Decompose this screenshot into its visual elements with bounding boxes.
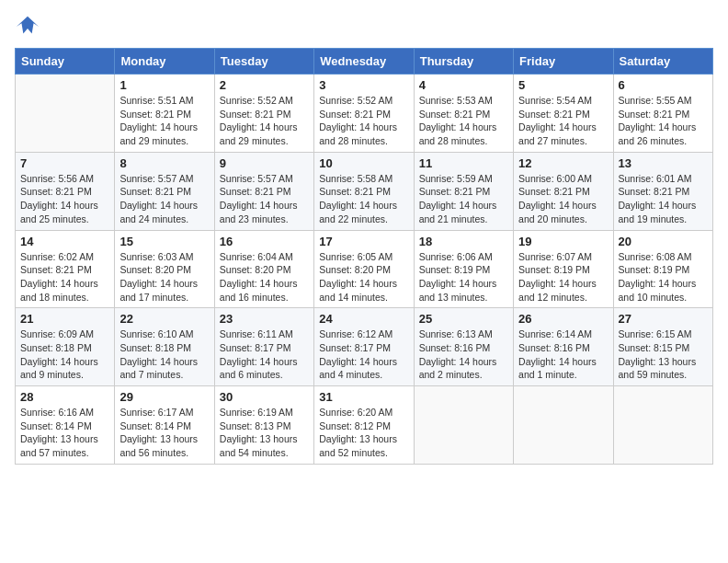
day-info: Sunrise: 6:11 AM Sunset: 8:17 PM Dayligh… (220, 327, 309, 382)
calendar-cell: 8Sunrise: 5:57 AM Sunset: 8:21 PM Daylig… (115, 152, 214, 230)
calendar-cell: 25Sunrise: 6:13 AM Sunset: 8:16 PM Dayli… (414, 308, 513, 386)
day-number: 4 (419, 78, 508, 92)
day-info: Sunrise: 5:58 AM Sunset: 8:21 PM Dayligh… (319, 172, 408, 226)
calendar-cell: 17Sunrise: 6:05 AM Sunset: 8:20 PM Dayli… (314, 230, 414, 308)
logo-icon (15, 15, 40, 40)
calendar-cell: 9Sunrise: 5:57 AM Sunset: 8:21 PM Daylig… (214, 152, 313, 230)
day-info: Sunrise: 6:19 AM Sunset: 8:13 PM Dayligh… (220, 406, 309, 460)
day-info: Sunrise: 6:20 AM Sunset: 8:12 PM Dayligh… (319, 406, 408, 460)
weekday-header-monday: Monday (115, 49, 214, 75)
day-number: 26 (518, 312, 608, 326)
day-number: 3 (319, 78, 408, 92)
day-info: Sunrise: 5:57 AM Sunset: 8:21 PM Dayligh… (220, 172, 309, 226)
day-number: 1 (119, 78, 209, 92)
day-number: 22 (119, 312, 209, 326)
calendar-cell: 21Sunrise: 6:09 AM Sunset: 8:18 PM Dayli… (16, 308, 115, 386)
calendar-cell: 22Sunrise: 6:10 AM Sunset: 8:18 PM Dayli… (115, 308, 214, 386)
day-number: 15 (119, 235, 209, 248)
day-number: 10 (319, 156, 408, 170)
day-info: Sunrise: 6:09 AM Sunset: 8:18 PM Dayligh… (20, 327, 109, 382)
day-number: 14 (20, 235, 109, 248)
day-number: 30 (220, 390, 309, 404)
day-number: 28 (20, 390, 109, 404)
day-info: Sunrise: 6:17 AM Sunset: 8:14 PM Dayligh… (119, 406, 209, 460)
day-number: 31 (319, 390, 408, 404)
day-info: Sunrise: 6:06 AM Sunset: 8:19 PM Dayligh… (419, 250, 508, 304)
calendar-cell: 10Sunrise: 5:58 AM Sunset: 8:21 PM Dayli… (314, 152, 414, 230)
day-info: Sunrise: 6:04 AM Sunset: 8:20 PM Dayligh… (220, 250, 309, 304)
calendar-cell: 18Sunrise: 6:06 AM Sunset: 8:19 PM Dayli… (414, 230, 513, 308)
calendar-cell: 12Sunrise: 6:00 AM Sunset: 8:21 PM Dayli… (514, 152, 613, 230)
day-info: Sunrise: 6:07 AM Sunset: 8:19 PM Dayligh… (518, 250, 608, 304)
day-info: Sunrise: 5:57 AM Sunset: 8:21 PM Dayligh… (119, 172, 209, 226)
day-info: Sunrise: 6:01 AM Sunset: 8:21 PM Dayligh… (619, 172, 708, 226)
day-info: Sunrise: 5:52 AM Sunset: 8:21 PM Dayligh… (319, 94, 408, 148)
day-number: 27 (619, 312, 708, 326)
day-number: 11 (419, 156, 508, 170)
calendar-cell: 4Sunrise: 5:53 AM Sunset: 8:21 PM Daylig… (414, 75, 513, 153)
calendar-cell (613, 386, 712, 465)
svg-marker-0 (17, 17, 39, 34)
day-info: Sunrise: 6:00 AM Sunset: 8:21 PM Dayligh… (518, 172, 608, 226)
day-info: Sunrise: 6:15 AM Sunset: 8:15 PM Dayligh… (619, 327, 708, 382)
day-info: Sunrise: 5:52 AM Sunset: 8:21 PM Dayligh… (220, 94, 309, 148)
weekday-header-tuesday: Tuesday (214, 49, 313, 75)
calendar-cell: 27Sunrise: 6:15 AM Sunset: 8:15 PM Dayli… (613, 308, 712, 386)
day-info: Sunrise: 5:53 AM Sunset: 8:21 PM Dayligh… (419, 94, 508, 148)
calendar-cell: 23Sunrise: 6:11 AM Sunset: 8:17 PM Dayli… (214, 308, 313, 386)
day-info: Sunrise: 6:03 AM Sunset: 8:20 PM Dayligh… (119, 250, 209, 304)
day-info: Sunrise: 6:14 AM Sunset: 8:16 PM Dayligh… (518, 327, 608, 382)
day-number: 23 (220, 312, 309, 326)
day-info: Sunrise: 6:16 AM Sunset: 8:14 PM Dayligh… (20, 406, 109, 460)
calendar-cell: 3Sunrise: 5:52 AM Sunset: 8:21 PM Daylig… (314, 75, 414, 153)
calendar-cell: 28Sunrise: 6:16 AM Sunset: 8:14 PM Dayli… (16, 386, 115, 465)
day-info: Sunrise: 5:51 AM Sunset: 8:21 PM Dayligh… (119, 94, 209, 148)
day-number: 9 (220, 156, 309, 170)
calendar-cell: 26Sunrise: 6:14 AM Sunset: 8:16 PM Dayli… (514, 308, 613, 386)
calendar-cell: 20Sunrise: 6:08 AM Sunset: 8:19 PM Dayli… (613, 230, 712, 308)
day-number: 13 (619, 156, 708, 170)
day-info: Sunrise: 5:55 AM Sunset: 8:21 PM Dayligh… (619, 94, 708, 148)
day-info: Sunrise: 6:13 AM Sunset: 8:16 PM Dayligh… (419, 327, 508, 382)
day-number: 18 (419, 235, 508, 248)
calendar-cell: 13Sunrise: 6:01 AM Sunset: 8:21 PM Dayli… (613, 152, 712, 230)
calendar-cell: 14Sunrise: 6:02 AM Sunset: 8:21 PM Dayli… (16, 230, 115, 308)
calendar-table: SundayMondayTuesdayWednesdayThursdayFrid… (15, 48, 713, 465)
calendar-cell: 29Sunrise: 6:17 AM Sunset: 8:14 PM Dayli… (115, 386, 214, 465)
calendar-cell: 1Sunrise: 5:51 AM Sunset: 8:21 PM Daylig… (115, 75, 214, 153)
calendar-cell: 11Sunrise: 5:59 AM Sunset: 8:21 PM Dayli… (414, 152, 513, 230)
calendar-cell: 24Sunrise: 6:12 AM Sunset: 8:17 PM Dayli… (314, 308, 414, 386)
calendar-cell (514, 386, 613, 465)
calendar-cell (16, 75, 115, 153)
day-number: 6 (619, 78, 708, 92)
day-number: 21 (20, 312, 109, 326)
weekday-header-wednesday: Wednesday (314, 49, 414, 75)
day-info: Sunrise: 6:02 AM Sunset: 8:21 PM Dayligh… (20, 250, 109, 304)
day-number: 8 (119, 156, 209, 170)
day-number: 24 (319, 312, 408, 326)
calendar-cell: 2Sunrise: 5:52 AM Sunset: 8:21 PM Daylig… (214, 75, 313, 153)
day-number: 12 (518, 156, 608, 170)
day-number: 7 (20, 156, 109, 170)
calendar-cell: 5Sunrise: 5:54 AM Sunset: 8:21 PM Daylig… (514, 75, 613, 153)
weekday-header-thursday: Thursday (414, 49, 513, 75)
day-number: 19 (518, 235, 608, 248)
calendar-cell: 7Sunrise: 5:56 AM Sunset: 8:21 PM Daylig… (16, 152, 115, 230)
logo (15, 15, 44, 40)
calendar-cell: 16Sunrise: 6:04 AM Sunset: 8:20 PM Dayli… (214, 230, 313, 308)
day-info: Sunrise: 6:05 AM Sunset: 8:20 PM Dayligh… (319, 250, 408, 304)
day-info: Sunrise: 6:10 AM Sunset: 8:18 PM Dayligh… (119, 327, 209, 382)
day-number: 5 (518, 78, 608, 92)
weekday-header-friday: Friday (514, 49, 613, 75)
day-info: Sunrise: 6:08 AM Sunset: 8:19 PM Dayligh… (619, 250, 708, 304)
calendar-cell: 31Sunrise: 6:20 AM Sunset: 8:12 PM Dayli… (314, 386, 414, 465)
day-number: 2 (220, 78, 309, 92)
calendar-cell: 19Sunrise: 6:07 AM Sunset: 8:19 PM Dayli… (514, 230, 613, 308)
day-number: 25 (419, 312, 508, 326)
day-info: Sunrise: 5:54 AM Sunset: 8:21 PM Dayligh… (518, 94, 608, 148)
calendar-cell: 30Sunrise: 6:19 AM Sunset: 8:13 PM Dayli… (214, 386, 313, 465)
day-info: Sunrise: 5:56 AM Sunset: 8:21 PM Dayligh… (20, 172, 109, 226)
day-info: Sunrise: 6:12 AM Sunset: 8:17 PM Dayligh… (319, 327, 408, 382)
day-number: 29 (119, 390, 209, 404)
calendar-cell: 15Sunrise: 6:03 AM Sunset: 8:20 PM Dayli… (115, 230, 214, 308)
